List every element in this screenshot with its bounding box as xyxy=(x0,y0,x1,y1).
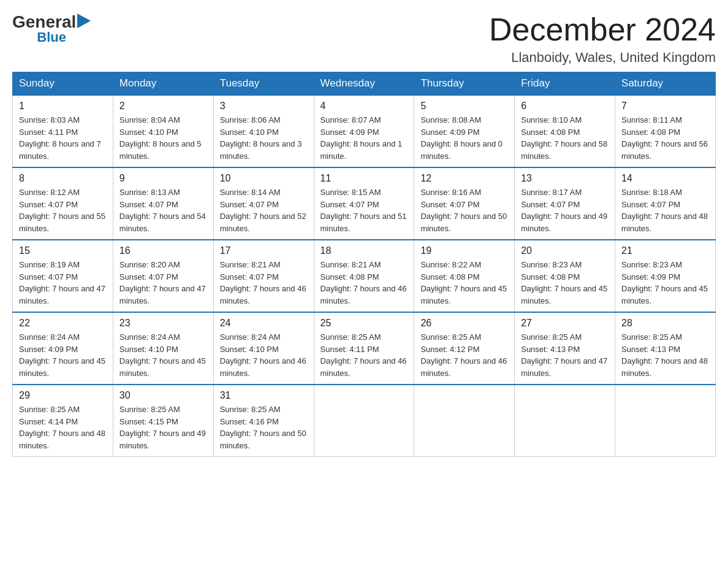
svg-marker-0 xyxy=(77,13,91,28)
day-number: 21 xyxy=(621,245,709,256)
calendar-title: December 2024 xyxy=(489,12,716,47)
day-number: 11 xyxy=(320,173,408,184)
calendar-cell: 28Sunrise: 8:25 AMSunset: 4:13 PMDayligh… xyxy=(615,312,716,385)
day-info: Sunrise: 8:16 AMSunset: 4:07 PMDaylight:… xyxy=(420,186,508,234)
calendar-cell: 23Sunrise: 8:24 AMSunset: 4:10 PMDayligh… xyxy=(113,312,213,385)
day-number: 25 xyxy=(320,318,408,329)
calendar-cell: 10Sunrise: 8:14 AMSunset: 4:07 PMDayligh… xyxy=(213,167,314,240)
day-info: Sunrise: 8:25 AMSunset: 4:11 PMDaylight:… xyxy=(320,331,408,379)
calendar-cell: 1Sunrise: 8:03 AMSunset: 4:11 PMDaylight… xyxy=(13,95,113,167)
day-info: Sunrise: 8:14 AMSunset: 4:07 PMDaylight:… xyxy=(220,186,308,234)
day-info: Sunrise: 8:18 AMSunset: 4:07 PMDaylight:… xyxy=(621,186,709,234)
day-info: Sunrise: 8:11 AMSunset: 4:08 PMDaylight:… xyxy=(621,114,709,162)
logo: General Blue xyxy=(12,12,91,45)
calendar-header-monday: Monday xyxy=(113,72,213,96)
calendar-cell: 30Sunrise: 8:25 AMSunset: 4:15 PMDayligh… xyxy=(113,385,213,457)
calendar-header-tuesday: Tuesday xyxy=(213,72,314,96)
day-number: 22 xyxy=(19,318,107,329)
day-info: Sunrise: 8:07 AMSunset: 4:09 PMDaylight:… xyxy=(320,114,408,162)
calendar-week-5: 29Sunrise: 8:25 AMSunset: 4:14 PMDayligh… xyxy=(13,385,716,457)
day-number: 15 xyxy=(19,245,107,256)
calendar-cell xyxy=(314,385,414,457)
calendar-header-sunday: Sunday xyxy=(13,72,113,96)
day-info: Sunrise: 8:04 AMSunset: 4:10 PMDaylight:… xyxy=(119,114,207,162)
calendar-cell: 21Sunrise: 8:23 AMSunset: 4:09 PMDayligh… xyxy=(615,240,716,312)
calendar-table: SundayMondayTuesdayWednesdayThursdayFrid… xyxy=(12,72,716,457)
day-number: 24 xyxy=(220,318,308,329)
day-number: 4 xyxy=(320,101,408,112)
day-info: Sunrise: 8:24 AMSunset: 4:10 PMDaylight:… xyxy=(119,331,207,379)
day-info: Sunrise: 8:24 AMSunset: 4:09 PMDaylight:… xyxy=(19,331,107,379)
day-number: 10 xyxy=(220,173,308,184)
calendar-cell: 18Sunrise: 8:21 AMSunset: 4:08 PMDayligh… xyxy=(314,240,414,312)
calendar-cell: 16Sunrise: 8:20 AMSunset: 4:07 PMDayligh… xyxy=(113,240,213,312)
day-info: Sunrise: 8:08 AMSunset: 4:09 PMDaylight:… xyxy=(420,114,508,162)
calendar-cell xyxy=(515,385,615,457)
day-info: Sunrise: 8:25 AMSunset: 4:16 PMDaylight:… xyxy=(220,404,308,451)
day-number: 7 xyxy=(621,101,709,112)
day-info: Sunrise: 8:25 AMSunset: 4:13 PMDaylight:… xyxy=(521,331,609,379)
day-number: 9 xyxy=(119,173,207,184)
day-info: Sunrise: 8:25 AMSunset: 4:12 PMDaylight:… xyxy=(420,331,508,379)
day-number: 12 xyxy=(420,173,508,184)
calendar-cell: 7Sunrise: 8:11 AMSunset: 4:08 PMDaylight… xyxy=(615,95,716,167)
calendar-cell: 31Sunrise: 8:25 AMSunset: 4:16 PMDayligh… xyxy=(213,385,314,457)
day-info: Sunrise: 8:21 AMSunset: 4:07 PMDaylight:… xyxy=(220,259,308,307)
day-info: Sunrise: 8:23 AMSunset: 4:08 PMDaylight:… xyxy=(521,259,609,307)
calendar-cell: 5Sunrise: 8:08 AMSunset: 4:09 PMDaylight… xyxy=(414,95,515,167)
calendar-week-3: 15Sunrise: 8:19 AMSunset: 4:07 PMDayligh… xyxy=(13,240,716,312)
title-section: December 2024 Llanboidy, Wales, United K… xyxy=(489,12,716,66)
day-number: 3 xyxy=(220,101,308,112)
logo-blue: Blue xyxy=(12,29,91,45)
day-number: 29 xyxy=(19,390,107,401)
day-number: 14 xyxy=(621,173,709,184)
calendar-cell xyxy=(414,385,515,457)
day-info: Sunrise: 8:06 AMSunset: 4:10 PMDaylight:… xyxy=(220,114,308,162)
calendar-cell: 6Sunrise: 8:10 AMSunset: 4:08 PMDaylight… xyxy=(515,95,615,167)
day-info: Sunrise: 8:24 AMSunset: 4:10 PMDaylight:… xyxy=(220,331,308,379)
calendar-header-row: SundayMondayTuesdayWednesdayThursdayFrid… xyxy=(13,72,716,96)
calendar-cell: 3Sunrise: 8:06 AMSunset: 4:10 PMDaylight… xyxy=(213,95,314,167)
calendar-cell: 19Sunrise: 8:22 AMSunset: 4:08 PMDayligh… xyxy=(414,240,515,312)
day-number: 5 xyxy=(420,101,508,112)
day-info: Sunrise: 8:25 AMSunset: 4:14 PMDaylight:… xyxy=(19,404,107,451)
calendar-cell: 25Sunrise: 8:25 AMSunset: 4:11 PMDayligh… xyxy=(314,312,414,385)
calendar-subtitle: Llanboidy, Wales, United Kingdom xyxy=(489,50,716,66)
day-info: Sunrise: 8:13 AMSunset: 4:07 PMDaylight:… xyxy=(119,186,207,234)
logo-icon xyxy=(77,13,91,28)
calendar-cell: 27Sunrise: 8:25 AMSunset: 4:13 PMDayligh… xyxy=(515,312,615,385)
day-info: Sunrise: 8:23 AMSunset: 4:09 PMDaylight:… xyxy=(621,259,709,307)
day-info: Sunrise: 8:17 AMSunset: 4:07 PMDaylight:… xyxy=(521,186,609,234)
calendar-header-friday: Friday xyxy=(515,72,615,96)
day-info: Sunrise: 8:15 AMSunset: 4:07 PMDaylight:… xyxy=(320,186,408,234)
day-info: Sunrise: 8:25 AMSunset: 4:15 PMDaylight:… xyxy=(119,404,207,451)
day-number: 28 xyxy=(621,318,709,329)
day-info: Sunrise: 8:19 AMSunset: 4:07 PMDaylight:… xyxy=(19,259,107,307)
day-number: 17 xyxy=(220,245,308,256)
day-number: 23 xyxy=(119,318,207,329)
day-number: 1 xyxy=(19,101,107,112)
calendar-header-saturday: Saturday xyxy=(615,72,716,96)
calendar-cell: 14Sunrise: 8:18 AMSunset: 4:07 PMDayligh… xyxy=(615,167,716,240)
day-info: Sunrise: 8:10 AMSunset: 4:08 PMDaylight:… xyxy=(521,114,609,162)
day-number: 18 xyxy=(320,245,408,256)
calendar-cell: 26Sunrise: 8:25 AMSunset: 4:12 PMDayligh… xyxy=(414,312,515,385)
day-info: Sunrise: 8:22 AMSunset: 4:08 PMDaylight:… xyxy=(420,259,508,307)
calendar-cell: 12Sunrise: 8:16 AMSunset: 4:07 PMDayligh… xyxy=(414,167,515,240)
day-info: Sunrise: 8:25 AMSunset: 4:13 PMDaylight:… xyxy=(621,331,709,379)
day-info: Sunrise: 8:12 AMSunset: 4:07 PMDaylight:… xyxy=(19,186,107,234)
calendar-cell: 22Sunrise: 8:24 AMSunset: 4:09 PMDayligh… xyxy=(13,312,113,385)
calendar-cell: 15Sunrise: 8:19 AMSunset: 4:07 PMDayligh… xyxy=(13,240,113,312)
day-number: 2 xyxy=(119,101,207,112)
day-number: 16 xyxy=(119,245,207,256)
calendar-cell: 4Sunrise: 8:07 AMSunset: 4:09 PMDaylight… xyxy=(314,95,414,167)
calendar-header-thursday: Thursday xyxy=(414,72,515,96)
day-info: Sunrise: 8:21 AMSunset: 4:08 PMDaylight:… xyxy=(320,259,408,307)
day-number: 31 xyxy=(220,390,308,401)
day-number: 13 xyxy=(521,173,609,184)
calendar-week-2: 8Sunrise: 8:12 AMSunset: 4:07 PMDaylight… xyxy=(13,167,716,240)
calendar-cell: 29Sunrise: 8:25 AMSunset: 4:14 PMDayligh… xyxy=(13,385,113,457)
day-number: 26 xyxy=(420,318,508,329)
day-number: 27 xyxy=(521,318,609,329)
day-number: 8 xyxy=(19,173,107,184)
